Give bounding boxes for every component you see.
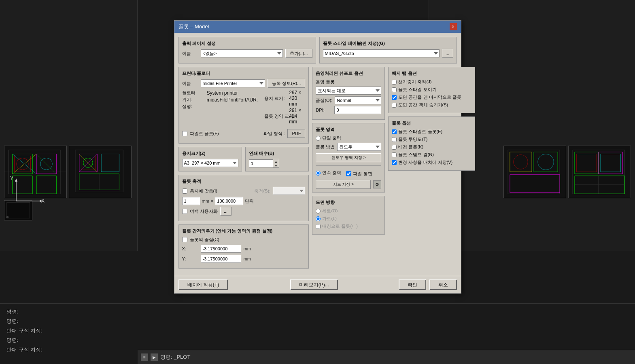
layout-opt3-checkbox[interactable] (392, 95, 397, 100)
plotter-label: 플로터: (182, 90, 204, 96)
plot-offset-title: 플롯 간격띄우기 (인쇄 가능 영역의 원점 설정) (182, 228, 306, 234)
custom-dots-button[interactable]: ... (220, 207, 231, 216)
style-table-title: 플롯 스타일 테이블(펜 지정)(G) (323, 40, 453, 47)
landscape-label: 가로(L) (322, 216, 338, 222)
axis-value2-input[interactable] (215, 197, 243, 205)
direction-section: 도면 방향 세로(O) 가로(L) 대칭으로 플롯(ㄴ) (312, 196, 385, 235)
axis-s-label: 축척(S): (254, 188, 270, 194)
page-setup-title: 출력 페이지 설정 (182, 40, 312, 47)
reverse-plot-checkbox[interactable] (316, 224, 321, 229)
print-scale-title: 인쇄 매수(B) (249, 150, 305, 157)
sheet-set-button[interactable]: 시트 지정 > (316, 180, 371, 189)
plot-area-label: 플롯 영역 크기: (264, 113, 287, 119)
paper-size-section-title: 용지크기(Z) (182, 150, 238, 157)
portrait-radio[interactable] (316, 209, 321, 214)
layout-opt2-label: 플롯 스타일 보이기 (398, 87, 436, 93)
paper-size-section: 용지크기(Z) A3, 297 × 420 mm (178, 147, 242, 171)
layout-opt4-checkbox[interactable] (392, 103, 397, 108)
fit-to-paper-checkbox[interactable] (182, 188, 187, 194)
reg-info-button[interactable]: 등록 정보(R)... (268, 79, 306, 88)
plot-options-title: 플롯 옵션 (392, 120, 471, 126)
printer-section-title: 프린터/플로터 (182, 70, 306, 76)
file-plot-checkbox[interactable] (182, 131, 187, 136)
quality-combo[interactable]: Normal (335, 96, 381, 104)
fit-to-paper-label: 용지에 맞춤(I) (190, 188, 217, 194)
x-label: X: (182, 246, 198, 251)
file-plot-label: 파일로 플롯(F) (190, 131, 219, 137)
continuous-output-radio[interactable] (316, 171, 321, 176)
custom-scale-label: 여백 사용자화 (190, 208, 218, 214)
plot-method-label: 플롯 방법 (316, 144, 335, 150)
scale-up-button[interactable]: ▲ (273, 159, 279, 163)
layout-opt2-checkbox[interactable] (392, 87, 397, 92)
plot-opt1-checkbox[interactable] (392, 129, 397, 134)
print-scale-section: 인쇄 매수(B) ▲ ▼ (245, 147, 309, 171)
printer-section: 프린터/플로터 이름 midas File Printer 등록 정보(R)..… (178, 67, 309, 144)
gear-icon[interactable]: ⚙ (373, 180, 381, 188)
print-scale-input[interactable] (249, 159, 273, 167)
y-value-input[interactable] (201, 255, 241, 263)
dialog-title: 플롯 – Model (178, 23, 209, 30)
plot-area-section: 플롯 영역 단일 출력 플롯 방법 윈도우 윈도우 영역 지정 (312, 123, 385, 193)
pdf-button[interactable]: PDF (287, 129, 305, 138)
plot-area-section-title: 플롯 영역 (316, 127, 381, 133)
portrait-label: 세로(O) (322, 208, 338, 214)
plot-opt1-label: 플롯 스타일로 플롯(E) (398, 129, 442, 135)
plot-opt2-label: 플롯 투명도(T) (398, 136, 427, 142)
style-table-dots-button[interactable]: ... (442, 49, 453, 58)
center-plot-checkbox[interactable] (182, 237, 187, 242)
axis-combo (273, 187, 305, 195)
plot-offset-section: 플롯 간격띄우기 (인쇄 가능 영역의 원점 설정) 플롯의 중심(C) X: … (178, 224, 309, 269)
paper-size-label: 용지 크기: (264, 95, 287, 102)
scale-down-button[interactable]: ▼ (273, 163, 279, 167)
layout-opt1-label: 선가중치 축적(J) (398, 79, 431, 85)
ok-button[interactable]: 확인 (399, 279, 426, 290)
preview-button[interactable]: 미리보기(P)... (290, 279, 338, 290)
plot-method-combo[interactable]: 윈도우 (337, 143, 381, 151)
shade-plot-label: 음영 플롯 (316, 79, 335, 85)
plot-opt2-checkbox[interactable] (392, 137, 397, 142)
axis-value1-input[interactable] (182, 197, 200, 205)
x-unit-label: mm (244, 246, 251, 251)
plot-axis-title: 플롯 축적 (182, 178, 306, 184)
dpi-input[interactable] (334, 106, 381, 114)
center-plot-label: 플롯의 중심(C) (190, 237, 219, 243)
plot-opt3-checkbox[interactable] (392, 145, 397, 150)
dialog-backdrop: 플롯 – Model × 출력 페이지 설정 이름 <없음> 추가(..)... (0, 0, 635, 364)
add-setup-button[interactable]: 추가(..)... (285, 49, 312, 58)
plot-opt5-checkbox[interactable] (392, 160, 397, 165)
landscape-radio[interactable] (316, 216, 321, 221)
custom-scale-checkbox[interactable] (182, 209, 187, 214)
axis-unit-label: mm (202, 199, 209, 203)
plot-options-section: 플롯 옵션 플롯 스타일로 플롯(E) 플롯 투명도(T) 배경 플롯(K) (388, 116, 475, 171)
continuous-label: 연속 출력 (322, 170, 341, 176)
plot-dialog: 플롯 – Model × 출력 페이지 설정 이름 <없음> 추가(..)... (174, 20, 461, 294)
cancel-button[interactable]: 취소 (429, 279, 457, 290)
dialog-close-button[interactable]: × (450, 23, 457, 30)
single-output-radio[interactable] (316, 136, 321, 141)
file-merge-label: 파일 통합 (353, 171, 372, 177)
page-setup-name-combo[interactable]: <없음> (201, 49, 283, 57)
layout-tab-section: 배지 탭 옵션 선가중치 축적(J) 플롯 스타일 보이기 도면 공간을 맨 마… (388, 67, 475, 113)
shade-plot-combo[interactable]: 표시되는 대로 (316, 87, 381, 95)
printer-combo[interactable]: midas File Printer (201, 79, 265, 87)
paper-size-value: 297 × 420 mm (289, 90, 305, 107)
style-table-combo[interactable]: MIDAS_A3.ctb (323, 49, 440, 57)
plot-opt4-checkbox[interactable] (392, 152, 397, 157)
layout-opt1-checkbox[interactable] (392, 80, 397, 85)
x-value-input[interactable] (201, 245, 241, 253)
file-format-label: 파일 형식 : (263, 131, 285, 137)
printer-name-label: 이름 (182, 80, 198, 87)
file-merge-checkbox[interactable] (346, 171, 351, 176)
layout-tab-title: 배지 탭 옵션 (392, 70, 471, 76)
plot-axis-section: 플롯 축적 용지에 맞춤(I) 축척(S): mm (178, 175, 309, 221)
apply-to-layout-button[interactable]: 배치에 적용(T) (178, 279, 228, 290)
shaded-section-title: 음영처리된 뷰포트 옵션 (316, 70, 381, 76)
location-value: midasFilePrintPortAUR: (207, 97, 258, 103)
paper-size-combo[interactable]: A3, 297 × 420 mm (182, 159, 238, 167)
dialog-body: 출력 페이지 설정 이름 <없음> 추가(..)... 플롯 스타일 테이블(펜… (174, 33, 461, 276)
plot-opt4-label: 플롯 스탬프 켬(N) (398, 152, 433, 158)
window-set-button[interactable]: 윈도우 영역 지정 > (316, 153, 381, 162)
reverse-label: 대칭으로 플롯(ㄴ) (322, 223, 357, 229)
dpi-label: DPI: (316, 108, 332, 112)
